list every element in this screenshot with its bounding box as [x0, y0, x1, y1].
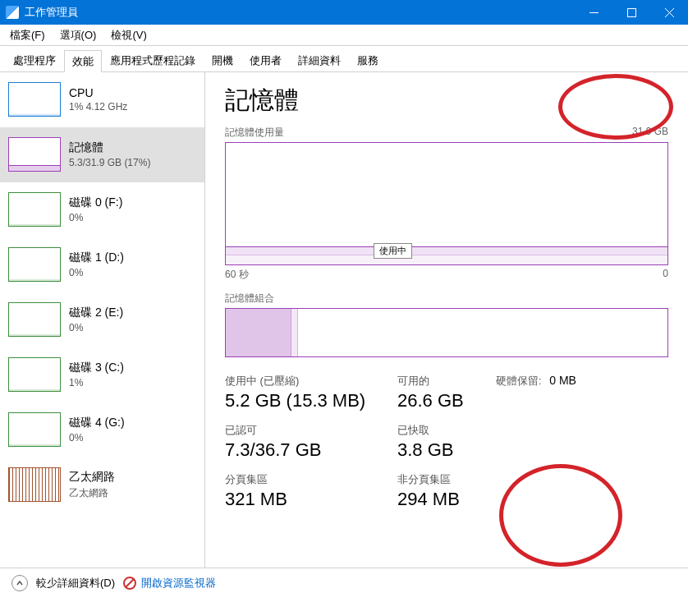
window-title: 工作管理員: [25, 5, 575, 20]
sidebar-sub: 5.3/31.9 GB (17%): [69, 157, 150, 168]
tab-details[interactable]: 詳細資料: [290, 49, 349, 71]
tab-processes[interactable]: 處理程序: [5, 49, 64, 71]
sidebar-sub: 0%: [69, 322, 123, 333]
sidebar-label: 乙太網路: [69, 470, 115, 485]
stat-nonpaged-pool: 非分頁集區 294 MB: [397, 472, 496, 510]
sidebar-sub: 1% 4.12 GHz: [69, 101, 127, 113]
chart-max: 31.9 GB: [632, 126, 668, 140]
page-title: 記憶體: [225, 84, 668, 117]
stats-grid: 使用中 (已壓縮) 5.2 GB (15.3 MB) 可用的 26.6 GB 硬…: [225, 374, 668, 510]
svg-rect-0: [627, 8, 635, 16]
sidebar-ethernet[interactable]: 乙太網路 乙太網路: [0, 457, 204, 513]
close-button[interactable]: [650, 0, 688, 25]
disk-thumbnail: [8, 247, 61, 282]
xaxis-left: 60 秒: [225, 268, 249, 282]
sidebar-label: 磁碟 0 (F:): [69, 195, 122, 210]
maximize-button[interactable]: [612, 0, 650, 25]
titlebar[interactable]: 工作管理員: [0, 0, 688, 25]
sidebar-disk1[interactable]: 磁碟 1 (D:) 0%: [0, 237, 204, 292]
resource-monitor-icon: [123, 577, 136, 590]
less-details-label[interactable]: 較少詳細資料(D): [36, 576, 115, 591]
sidebar-cpu[interactable]: CPU 1% 4.12 GHz: [0, 72, 204, 127]
cpu-thumbnail: [8, 82, 61, 117]
stat-available: 可用的 26.6 GB: [397, 374, 496, 411]
menu-options[interactable]: 選項(O): [53, 25, 103, 45]
app-icon: [6, 6, 19, 19]
sidebar-label: 記憶體: [69, 140, 150, 155]
xaxis-right: 0: [663, 268, 668, 282]
menubar: 檔案(F) 選項(O) 檢視(V): [0, 25, 688, 46]
sidebar-memory[interactable]: 記憶體 5.3/31.9 GB (17%): [0, 127, 204, 182]
menu-view[interactable]: 檢視(V): [104, 25, 153, 45]
sidebar-disk0[interactable]: 磁碟 0 (F:) 0%: [0, 182, 204, 237]
disk-thumbnail: [8, 357, 61, 392]
sidebar-disk3[interactable]: 磁碟 3 (C:) 1%: [0, 347, 204, 402]
chart-tooltip: 使用中: [374, 243, 412, 259]
sidebar-sub: 0%: [69, 212, 122, 223]
network-thumbnail: [8, 467, 61, 502]
tab-apphistory[interactable]: 應用程式歷程記錄: [102, 49, 204, 71]
main-panel: 記憶體 記憶體使用量 31.9 GB 使用中 60 秒 0 記憶體組合 使用中 …: [205, 72, 688, 568]
tab-startup[interactable]: 開機: [204, 49, 241, 71]
composition-label: 記憶體組合: [225, 292, 668, 306]
disk-thumbnail: [8, 302, 61, 337]
sidebar-label: 磁碟 3 (C:): [69, 361, 124, 375]
tab-users[interactable]: 使用者: [241, 49, 290, 71]
sidebar[interactable]: CPU 1% 4.12 GHz 記憶體 5.3/31.9 GB (17%) 磁碟…: [0, 72, 205, 568]
memory-thumbnail: [8, 137, 61, 172]
sidebar-label: 磁碟 2 (E:): [69, 306, 123, 320]
sidebar-sub: 0%: [69, 267, 124, 278]
sidebar-label: 磁碟 4 (G:): [69, 416, 125, 430]
tab-performance[interactable]: 效能: [64, 50, 102, 72]
collapse-button[interactable]: [11, 575, 28, 591]
memory-usage-chart: 使用中: [225, 142, 668, 265]
stat-hardware-reserved: 硬體保留: 0 MB: [496, 374, 644, 411]
stat-paged-pool: 分頁集區 321 MB: [225, 472, 397, 510]
sidebar-disk4[interactable]: 磁碟 4 (G:) 0%: [0, 402, 204, 457]
open-resource-monitor-link[interactable]: 開啟資源監視器: [123, 576, 216, 591]
minimize-button[interactable]: [575, 0, 612, 25]
sidebar-sub: 0%: [69, 432, 125, 444]
sidebar-sub: 乙太網路: [69, 486, 115, 500]
footer: 較少詳細資料(D) 開啟資源監視器: [0, 568, 688, 598]
sidebar-sub: 1%: [69, 377, 124, 388]
stat-in-use: 使用中 (已壓縮) 5.2 GB (15.3 MB): [225, 374, 397, 411]
tab-services[interactable]: 服務: [349, 49, 387, 71]
stat-committed: 已認可 7.3/36.7 GB: [225, 423, 397, 461]
sidebar-label: 磁碟 1 (D:): [69, 251, 124, 265]
disk-thumbnail: [8, 192, 61, 227]
tab-strip: 處理程序 效能 應用程式歷程記錄 開機 使用者 詳細資料 服務: [0, 46, 688, 72]
sidebar-disk2[interactable]: 磁碟 2 (E:) 0%: [0, 292, 204, 347]
memory-composition-chart: [225, 308, 668, 357]
sidebar-label: CPU: [69, 86, 127, 99]
disk-thumbnail: [8, 412, 61, 447]
stat-cached: 已快取 3.8 GB: [397, 423, 496, 461]
chart-label: 記憶體使用量: [225, 126, 284, 140]
menu-file[interactable]: 檔案(F): [3, 25, 52, 45]
